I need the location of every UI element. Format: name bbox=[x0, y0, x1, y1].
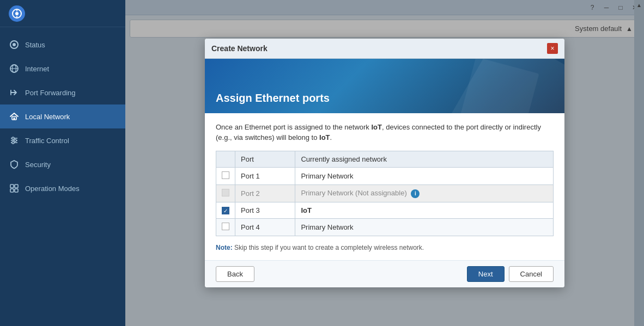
svg-point-14 bbox=[12, 137, 14, 139]
svg-point-5 bbox=[13, 43, 16, 46]
sidebar-item-label-local-network: Local Network bbox=[25, 113, 70, 121]
svg-rect-10 bbox=[14, 118, 15, 120]
modal-title: Create Network bbox=[211, 44, 268, 53]
svg-rect-17 bbox=[10, 184, 14, 188]
sidebar-header bbox=[0, 0, 125, 27]
svg-point-16 bbox=[12, 142, 14, 144]
port-network-4: Primary Network bbox=[295, 219, 554, 236]
modal-header-title: Assign Ethernet ports bbox=[216, 92, 330, 104]
app-logo bbox=[9, 5, 25, 22]
modal-note: Note: Skip this step if you want to crea… bbox=[216, 244, 554, 251]
table-row: ✓ Port 3 IoT bbox=[216, 202, 554, 219]
svg-rect-18 bbox=[15, 184, 18, 188]
sidebar: Status Internet Port Forwarding bbox=[0, 0, 125, 326]
sidebar-item-label-traffic-control: Traffic Control bbox=[25, 137, 69, 145]
port-network-3: IoT bbox=[295, 202, 554, 219]
create-network-modal: Create Network × Assign Ethernet ports O… bbox=[205, 39, 564, 288]
network-name-2: IoT bbox=[319, 133, 330, 142]
shield-icon bbox=[9, 159, 20, 170]
port-name-1: Port 1 bbox=[235, 167, 295, 184]
table-header-network: Currently assigned network bbox=[295, 151, 554, 167]
description-text-3: . bbox=[330, 133, 332, 142]
svg-rect-20 bbox=[15, 189, 18, 192]
sidebar-item-port-forwarding[interactable]: Port Forwarding bbox=[0, 81, 125, 104]
back-button[interactable]: Back bbox=[216, 266, 254, 282]
sidebar-item-label-security: Security bbox=[25, 161, 51, 169]
table-row: Port 4 Primary Network bbox=[216, 219, 554, 236]
next-button[interactable]: Next bbox=[467, 266, 505, 282]
home-icon bbox=[9, 111, 20, 122]
port-table: Port Currently assigned network Port 1 P… bbox=[216, 151, 554, 237]
sidebar-item-label-status: Status bbox=[25, 41, 45, 49]
modal-description: Once an Ethernet port is assigned to the… bbox=[216, 122, 554, 143]
circle-icon bbox=[9, 39, 20, 50]
checkbox-cell-port3[interactable]: ✓ bbox=[216, 202, 235, 219]
note-label: Note: bbox=[216, 244, 233, 251]
sliders-icon bbox=[9, 135, 20, 146]
sidebar-item-label-operation-modes: Operation Modes bbox=[25, 184, 80, 193]
modal-overlay: Create Network × Assign Ethernet ports O… bbox=[125, 0, 644, 326]
port-name-4: Port 4 bbox=[235, 219, 295, 236]
checkbox-port3[interactable]: ✓ bbox=[222, 207, 229, 214]
sidebar-item-security[interactable]: Security bbox=[0, 152, 125, 176]
description-text-1: Once an Ethernet port is assigned to the… bbox=[216, 123, 371, 131]
checkbox-port1[interactable] bbox=[222, 171, 229, 179]
checkbox-port4[interactable] bbox=[222, 223, 229, 230]
grid-icon bbox=[9, 183, 20, 194]
modal-footer: Back Next Cancel bbox=[205, 260, 564, 287]
port-network-1: Primary Network bbox=[295, 167, 554, 184]
sidebar-item-label-port-forwarding: Port Forwarding bbox=[25, 89, 75, 97]
sidebar-item-internet[interactable]: Internet bbox=[0, 57, 125, 81]
cancel-button[interactable]: Cancel bbox=[509, 266, 554, 282]
sidebar-item-label-internet: Internet bbox=[25, 65, 49, 73]
checkbox-cell-port2 bbox=[216, 184, 235, 202]
footer-right-buttons: Next Cancel bbox=[467, 266, 554, 282]
checkbox-cell-port1[interactable] bbox=[216, 167, 235, 184]
checkbox-cell-port4[interactable] bbox=[216, 219, 235, 236]
main-area: ? ─ □ ✕ System default ▲ ▲ Create Networ… bbox=[125, 0, 644, 326]
port-network-2: Primary Network (Not assignable) i bbox=[295, 184, 554, 202]
globe-icon bbox=[9, 63, 20, 74]
info-icon-port2[interactable]: i bbox=[411, 189, 420, 198]
modal-close-button[interactable]: × bbox=[547, 43, 558, 54]
sidebar-item-traffic-control[interactable]: Traffic Control bbox=[0, 128, 125, 152]
network-name-1: IoT bbox=[371, 123, 382, 131]
table-header-port: Port bbox=[235, 151, 295, 167]
arrow-icon bbox=[9, 87, 20, 98]
sidebar-nav: Status Internet Port Forwarding bbox=[0, 27, 125, 326]
checkbox-port2 bbox=[222, 189, 229, 196]
svg-point-15 bbox=[14, 139, 16, 142]
table-row: Port 1 Primary Network bbox=[216, 167, 554, 184]
note-text: Skip this step if you want to create a c… bbox=[233, 244, 424, 251]
sidebar-item-operation-modes[interactable]: Operation Modes bbox=[0, 176, 125, 200]
modal-body: Once an Ethernet port is assigned to the… bbox=[205, 113, 564, 261]
sidebar-item-local-network[interactable]: Local Network bbox=[0, 104, 125, 128]
sidebar-item-status[interactable]: Status bbox=[0, 33, 125, 57]
modal-header-image: Assign Ethernet ports bbox=[205, 59, 564, 113]
table-row: Port 2 Primary Network (Not assignable) … bbox=[216, 184, 554, 202]
port-name-3: Port 3 bbox=[235, 202, 295, 219]
port-name-2: Port 2 bbox=[235, 184, 295, 202]
svg-point-1 bbox=[15, 12, 19, 15]
modal-titlebar: Create Network × bbox=[205, 39, 564, 59]
svg-rect-19 bbox=[10, 189, 14, 192]
table-header-checkbox bbox=[216, 151, 235, 167]
